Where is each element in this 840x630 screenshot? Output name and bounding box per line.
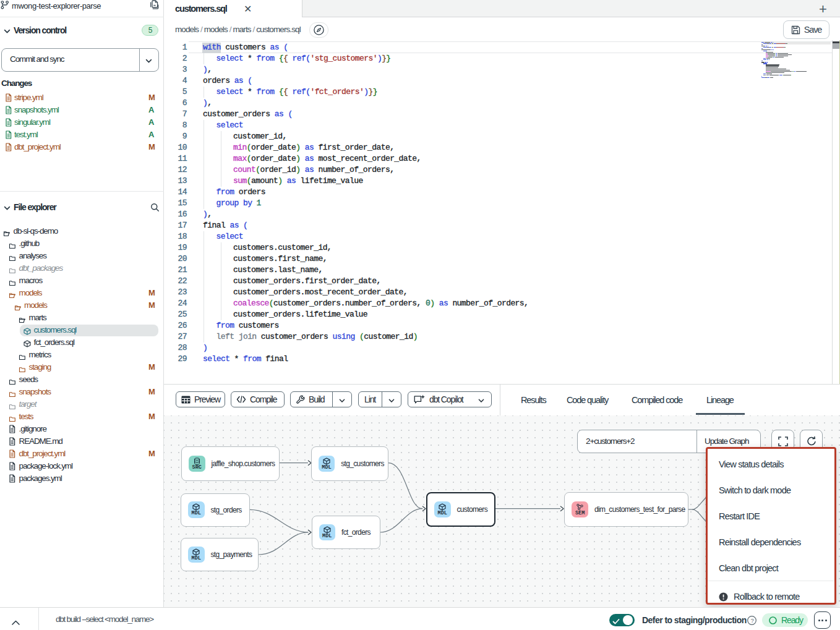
svg-text:?: ?	[750, 617, 753, 624]
